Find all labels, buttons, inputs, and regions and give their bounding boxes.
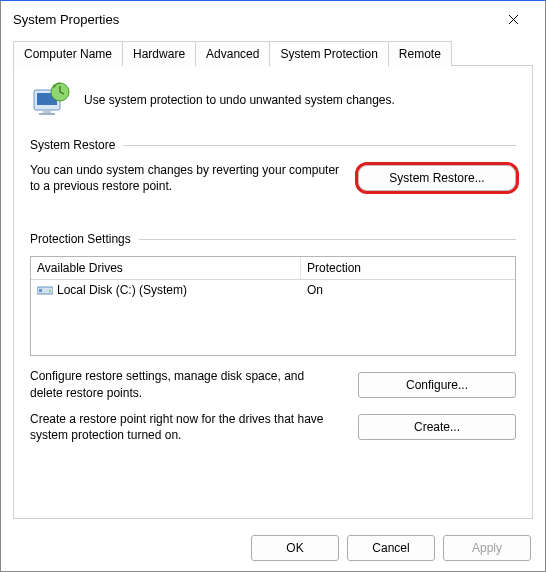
- tab-advanced[interactable]: Advanced: [195, 41, 270, 66]
- drive-name: Local Disk (C:) (System): [57, 283, 187, 297]
- table-row[interactable]: Local Disk (C:) (System) On: [31, 280, 515, 300]
- cancel-button[interactable]: Cancel: [347, 535, 435, 561]
- drives-table[interactable]: Available Drives Protection Local Disk (…: [30, 256, 516, 356]
- col-available-drives[interactable]: Available Drives: [31, 257, 301, 279]
- tab-remote[interactable]: Remote: [388, 41, 452, 66]
- section-heading: System Restore: [30, 138, 115, 152]
- section-system-restore: System Restore: [30, 138, 516, 152]
- system-protection-icon: [30, 80, 70, 120]
- section-heading: Protection Settings: [30, 232, 131, 246]
- configure-button[interactable]: Configure...: [358, 372, 516, 398]
- svg-rect-3: [39, 113, 55, 115]
- tab-hardware[interactable]: Hardware: [122, 41, 196, 66]
- configure-description: Configure restore settings, manage disk …: [30, 368, 340, 400]
- tabstrip: Computer Name Hardware Advanced System P…: [13, 41, 533, 66]
- system-restore-button[interactable]: System Restore...: [358, 165, 516, 191]
- create-description: Create a restore point right now for the…: [30, 411, 340, 443]
- svg-point-8: [49, 290, 51, 292]
- window-title: System Properties: [13, 12, 119, 27]
- close-icon: [508, 14, 519, 25]
- svg-rect-7: [39, 289, 42, 292]
- drive-protection: On: [301, 282, 515, 298]
- divider: [139, 239, 516, 240]
- tab-system-protection[interactable]: System Protection: [269, 41, 388, 67]
- create-button[interactable]: Create...: [358, 414, 516, 440]
- drive-icon: [37, 284, 53, 296]
- close-button[interactable]: [493, 5, 533, 33]
- tab-computer-name[interactable]: Computer Name: [13, 41, 123, 66]
- divider: [123, 145, 516, 146]
- table-header: Available Drives Protection: [31, 257, 515, 280]
- apply-button[interactable]: Apply: [443, 535, 531, 561]
- section-protection-settings: Protection Settings: [30, 232, 516, 246]
- titlebar: System Properties: [1, 1, 545, 37]
- col-protection[interactable]: Protection: [301, 257, 515, 279]
- svg-rect-2: [43, 110, 51, 113]
- dialog-footer: OK Cancel Apply: [251, 535, 531, 561]
- tab-panel: Use system protection to undo unwanted s…: [13, 65, 533, 519]
- intro-text: Use system protection to undo unwanted s…: [84, 93, 395, 107]
- restore-description: You can undo system changes by reverting…: [30, 162, 340, 194]
- ok-button[interactable]: OK: [251, 535, 339, 561]
